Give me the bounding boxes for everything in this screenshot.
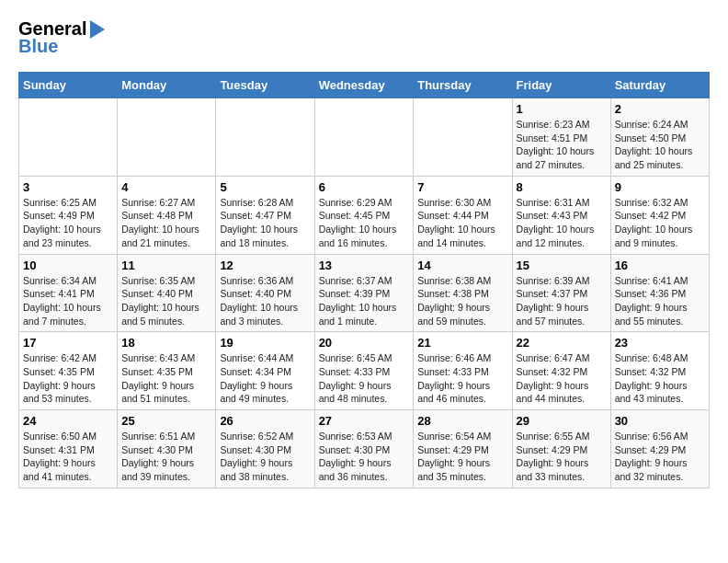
calendar-cell: 11Sunrise: 6:35 AM Sunset: 4:40 PM Dayli…: [118, 254, 216, 332]
day-number: 25: [121, 414, 211, 428]
calendar-cell: 18Sunrise: 6:43 AM Sunset: 4:35 PM Dayli…: [118, 332, 216, 410]
day-number: 11: [121, 259, 211, 272]
calendar-table: SundayMondayTuesdayWednesdayThursdayFrid…: [18, 72, 710, 488]
calendar-cell: 29Sunrise: 6:55 AM Sunset: 4:29 PM Dayli…: [512, 410, 610, 488]
day-number: 27: [319, 414, 410, 428]
day-number: 4: [121, 180, 211, 194]
day-info: Sunrise: 6:47 AM Sunset: 4:32 PM Dayligh…: [517, 351, 607, 406]
day-info: Sunrise: 6:34 AM Sunset: 4:41 PM Dayligh…: [23, 274, 113, 328]
day-number: 13: [319, 259, 410, 272]
calendar-cell: 22Sunrise: 6:47 AM Sunset: 4:32 PM Dayli…: [512, 332, 610, 410]
calendar-cell: 8Sunrise: 6:31 AM Sunset: 4:43 PM Daylig…: [512, 176, 610, 254]
day-info: Sunrise: 6:29 AM Sunset: 4:45 PM Dayligh…: [319, 196, 410, 250]
calendar-cell: 28Sunrise: 6:54 AM Sunset: 4:29 PM Dayli…: [414, 410, 512, 488]
calendar-cell: 3Sunrise: 6:25 AM Sunset: 4:49 PM Daylig…: [19, 176, 118, 254]
day-number: 21: [417, 336, 507, 350]
day-number: 17: [23, 336, 113, 350]
calendar-cell: 4Sunrise: 6:27 AM Sunset: 4:48 PM Daylig…: [118, 176, 216, 254]
day-info: Sunrise: 6:44 AM Sunset: 4:34 PM Dayligh…: [220, 351, 310, 406]
day-info: Sunrise: 6:42 AM Sunset: 4:35 PM Dayligh…: [23, 351, 113, 406]
calendar-cell: 30Sunrise: 6:56 AM Sunset: 4:29 PM Dayli…: [610, 410, 709, 488]
calendar-week-row: 10Sunrise: 6:34 AM Sunset: 4:41 PM Dayli…: [19, 254, 710, 332]
weekday-header: Wednesday: [314, 73, 414, 98]
day-number: 29: [517, 414, 607, 428]
logo-arrow-icon: [90, 20, 105, 39]
day-info: Sunrise: 6:38 AM Sunset: 4:38 PM Dayligh…: [417, 274, 507, 328]
day-number: 24: [23, 414, 113, 428]
calendar-week-row: 3Sunrise: 6:25 AM Sunset: 4:49 PM Daylig…: [19, 176, 710, 254]
day-info: Sunrise: 6:54 AM Sunset: 4:29 PM Dayligh…: [417, 430, 507, 484]
day-number: 12: [220, 259, 310, 272]
logo: General Blue: [18, 18, 105, 57]
day-info: Sunrise: 6:56 AM Sunset: 4:29 PM Dayligh…: [615, 430, 705, 484]
calendar-cell: 16Sunrise: 6:41 AM Sunset: 4:36 PM Dayli…: [610, 254, 709, 332]
day-info: Sunrise: 6:23 AM Sunset: 4:51 PM Dayligh…: [517, 118, 607, 172]
calendar-cell: 24Sunrise: 6:50 AM Sunset: 4:31 PM Dayli…: [19, 410, 118, 488]
day-info: Sunrise: 6:25 AM Sunset: 4:49 PM Dayligh…: [23, 196, 113, 250]
day-info: Sunrise: 6:51 AM Sunset: 4:30 PM Dayligh…: [121, 430, 211, 484]
calendar-cell: 2Sunrise: 6:24 AM Sunset: 4:50 PM Daylig…: [610, 98, 709, 177]
calendar-cell: 17Sunrise: 6:42 AM Sunset: 4:35 PM Dayli…: [19, 332, 118, 410]
day-info: Sunrise: 6:46 AM Sunset: 4:33 PM Dayligh…: [417, 351, 507, 406]
weekday-header: Tuesday: [216, 73, 314, 98]
weekday-header: Sunday: [19, 73, 118, 98]
calendar-cell: 14Sunrise: 6:38 AM Sunset: 4:38 PM Dayli…: [414, 254, 512, 332]
calendar-cell: 27Sunrise: 6:53 AM Sunset: 4:30 PM Dayli…: [314, 410, 414, 488]
weekday-header: Monday: [118, 73, 216, 98]
day-info: Sunrise: 6:32 AM Sunset: 4:42 PM Dayligh…: [615, 196, 705, 250]
page-header: General Blue: [18, 18, 710, 57]
day-info: Sunrise: 6:36 AM Sunset: 4:40 PM Dayligh…: [220, 274, 310, 328]
day-info: Sunrise: 6:55 AM Sunset: 4:29 PM Dayligh…: [517, 430, 607, 484]
calendar-cell: 1Sunrise: 6:23 AM Sunset: 4:51 PM Daylig…: [512, 98, 610, 177]
weekday-header: Thursday: [414, 73, 512, 98]
day-number: 8: [517, 180, 607, 194]
calendar-cell: [118, 98, 216, 177]
calendar-cell: 13Sunrise: 6:37 AM Sunset: 4:39 PM Dayli…: [314, 254, 414, 332]
calendar-cell: 9Sunrise: 6:32 AM Sunset: 4:42 PM Daylig…: [610, 176, 709, 254]
day-info: Sunrise: 6:41 AM Sunset: 4:36 PM Dayligh…: [615, 274, 705, 328]
day-info: Sunrise: 6:27 AM Sunset: 4:48 PM Dayligh…: [121, 196, 211, 250]
calendar-cell: 26Sunrise: 6:52 AM Sunset: 4:30 PM Dayli…: [216, 410, 314, 488]
day-number: 2: [615, 102, 705, 116]
day-number: 5: [220, 180, 310, 194]
calendar-cell: 5Sunrise: 6:28 AM Sunset: 4:47 PM Daylig…: [216, 176, 314, 254]
day-info: Sunrise: 6:35 AM Sunset: 4:40 PM Dayligh…: [121, 274, 211, 328]
calendar-cell: [216, 98, 314, 177]
calendar-cell: 12Sunrise: 6:36 AM Sunset: 4:40 PM Dayli…: [216, 254, 314, 332]
calendar-week-row: 24Sunrise: 6:50 AM Sunset: 4:31 PM Dayli…: [19, 410, 710, 488]
day-number: 14: [417, 259, 507, 272]
day-info: Sunrise: 6:48 AM Sunset: 4:32 PM Dayligh…: [615, 351, 705, 406]
day-number: 23: [615, 336, 705, 350]
calendar-week-row: 1Sunrise: 6:23 AM Sunset: 4:51 PM Daylig…: [19, 98, 710, 177]
calendar-cell: 21Sunrise: 6:46 AM Sunset: 4:33 PM Dayli…: [414, 332, 512, 410]
day-number: 26: [220, 414, 310, 428]
calendar-cell: [19, 98, 118, 177]
day-number: 6: [319, 180, 410, 194]
day-number: 7: [417, 180, 507, 194]
day-info: Sunrise: 6:31 AM Sunset: 4:43 PM Dayligh…: [517, 196, 607, 250]
day-info: Sunrise: 6:24 AM Sunset: 4:50 PM Dayligh…: [615, 118, 705, 172]
calendar-cell: [414, 98, 512, 177]
calendar-cell: 7Sunrise: 6:30 AM Sunset: 4:44 PM Daylig…: [414, 176, 512, 254]
day-info: Sunrise: 6:37 AM Sunset: 4:39 PM Dayligh…: [319, 274, 410, 328]
day-number: 10: [23, 259, 113, 272]
day-info: Sunrise: 6:45 AM Sunset: 4:33 PM Dayligh…: [319, 351, 410, 406]
day-number: 22: [517, 336, 607, 350]
weekday-header-row: SundayMondayTuesdayWednesdayThursdayFrid…: [19, 73, 710, 98]
calendar-cell: 6Sunrise: 6:29 AM Sunset: 4:45 PM Daylig…: [314, 176, 414, 254]
day-number: 16: [615, 259, 705, 272]
day-info: Sunrise: 6:53 AM Sunset: 4:30 PM Dayligh…: [319, 430, 410, 484]
weekday-header: Saturday: [610, 73, 709, 98]
calendar-cell: [314, 98, 414, 177]
day-number: 1: [517, 102, 607, 116]
calendar-week-row: 17Sunrise: 6:42 AM Sunset: 4:35 PM Dayli…: [19, 332, 710, 410]
day-number: 19: [220, 336, 310, 350]
day-number: 28: [417, 414, 507, 428]
day-info: Sunrise: 6:43 AM Sunset: 4:35 PM Dayligh…: [121, 351, 211, 406]
day-info: Sunrise: 6:50 AM Sunset: 4:31 PM Dayligh…: [23, 430, 113, 484]
day-info: Sunrise: 6:28 AM Sunset: 4:47 PM Dayligh…: [220, 196, 310, 250]
calendar-cell: 19Sunrise: 6:44 AM Sunset: 4:34 PM Dayli…: [216, 332, 314, 410]
day-number: 9: [615, 180, 705, 194]
day-number: 18: [121, 336, 211, 350]
calendar-cell: 23Sunrise: 6:48 AM Sunset: 4:32 PM Dayli…: [610, 332, 709, 410]
